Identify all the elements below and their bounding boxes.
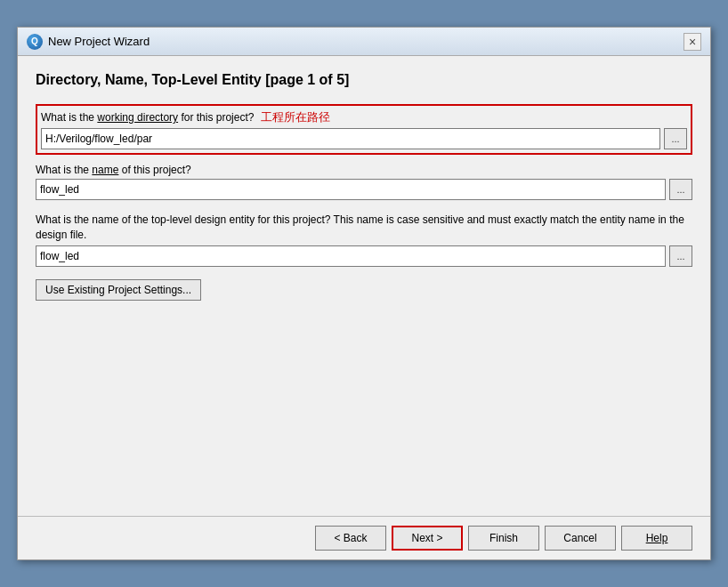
next-button[interactable]: Next > (392, 526, 463, 551)
top-level-input-row: ... (36, 245, 692, 267)
project-name-section: What is the name of this project? ... (36, 164, 692, 200)
use-existing-button[interactable]: Use Existing Project Settings... (36, 279, 201, 301)
project-name-input-row: ... (36, 179, 692, 200)
title-bar-left: Q New Project Wizard (27, 34, 150, 50)
top-level-browse-button[interactable]: ... (669, 245, 692, 267)
use-existing-container: Use Existing Project Settings... (36, 276, 692, 301)
top-level-input[interactable] (36, 245, 666, 267)
new-project-wizard-dialog: Q New Project Wizard × Directory, Name, … (17, 27, 711, 560)
annotation-text: 工程所在路径 (261, 109, 330, 125)
title-bar: Q New Project Wizard × (18, 28, 710, 56)
app-icon: Q (27, 34, 43, 50)
back-button[interactable]: < Back (315, 526, 386, 551)
bottom-bar: < Back Next > Finish Cancel Help (18, 516, 710, 559)
cancel-button[interactable]: Cancel (545, 526, 616, 551)
help-button[interactable]: Help (621, 526, 692, 551)
working-dir-input-row: ... (41, 128, 687, 149)
project-name-input[interactable] (36, 179, 666, 200)
project-name-label: What is the name of this project? (36, 164, 692, 176)
annotation-row: What is the working directory for this p… (41, 109, 687, 125)
working-dir-highlight: What is the working directory for this p… (36, 104, 692, 155)
close-button[interactable]: × (684, 33, 701, 51)
working-dir-section: What is the working directory for this p… (36, 104, 692, 155)
working-dir-browse-button[interactable]: ... (664, 128, 687, 149)
page-title: Directory, Name, Top-Level Entity [page … (36, 72, 692, 88)
dialog-title: New Project Wizard (48, 35, 150, 48)
finish-button[interactable]: Finish (468, 526, 539, 551)
project-name-browse-button[interactable]: ... (669, 179, 692, 200)
dialog-content: Directory, Name, Top-Level Entity [page … (18, 56, 710, 516)
top-level-section: What is the name of the top-level design… (36, 209, 692, 267)
working-dir-input[interactable] (41, 128, 660, 149)
working-dir-label: What is the working directory for this p… (41, 111, 254, 124)
top-level-description: What is the name of the top-level design… (36, 213, 692, 243)
